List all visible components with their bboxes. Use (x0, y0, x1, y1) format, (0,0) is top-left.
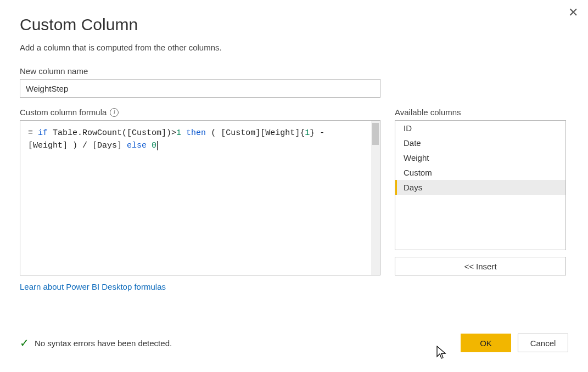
ok-button[interactable]: OK (461, 334, 511, 352)
info-icon[interactable]: i (110, 108, 119, 117)
learn-link[interactable]: Learn about Power BI Desktop formulas (20, 282, 166, 291)
formula-num: 0 (152, 141, 156, 150)
formula-kw-else: else (127, 141, 147, 150)
formula-content[interactable]: = if Table.RowCount([Custom])>1 then ( [… (20, 121, 371, 275)
close-icon[interactable]: ✕ (568, 7, 578, 19)
available-column-item[interactable]: Weight (395, 150, 565, 165)
formula-num: 1 (176, 128, 181, 138)
available-column-item[interactable]: ID (395, 121, 565, 136)
available-column-item[interactable]: Custom (395, 165, 565, 180)
formula-text: Table.RowCount([Custom])> (48, 128, 176, 138)
dialog-body: Custom Column Add a column that is compu… (0, 0, 588, 307)
cancel-button[interactable]: Cancel (518, 334, 568, 352)
dialog-footer: ✓ No syntax errors have been detected. O… (20, 334, 568, 352)
available-columns-label: Available columns (395, 108, 566, 117)
formula-kw-then: then (186, 128, 206, 138)
formula-label-text: Custom column formula (20, 108, 107, 117)
text-caret (157, 141, 158, 150)
formula-text (147, 141, 152, 150)
formula-text: ( [Custom][Weight]{ (206, 128, 305, 138)
check-icon: ✓ (20, 337, 29, 348)
formula-num: 1 (305, 128, 310, 138)
dialog-subtitle: Add a column that is computed from the o… (20, 43, 568, 52)
available-column-item[interactable]: Date (395, 136, 565, 150)
status-text: No syntax errors have been detected. (35, 339, 172, 348)
scrollbar-thumb[interactable] (372, 123, 379, 145)
status-bar: ✓ No syntax errors have been detected. (20, 337, 172, 348)
formula-kw-if: if (38, 128, 48, 138)
insert-button[interactable]: << Insert (395, 257, 566, 275)
formula-editor[interactable]: = if Table.RowCount([Custom])>1 then ( [… (20, 120, 380, 275)
dialog-title: Custom Column (20, 15, 568, 34)
available-column-item[interactable]: Days (395, 180, 565, 195)
column-name-label: New column name (20, 66, 568, 76)
formula-scrollbar[interactable] (371, 121, 380, 275)
formula-eq: = (28, 128, 38, 138)
button-group: OK Cancel (461, 334, 568, 352)
column-name-input[interactable] (20, 79, 380, 98)
formula-label: Custom column formula i (20, 108, 380, 117)
formula-text (181, 128, 186, 138)
available-columns-list[interactable]: IDDateWeightCustomDays (395, 120, 566, 250)
